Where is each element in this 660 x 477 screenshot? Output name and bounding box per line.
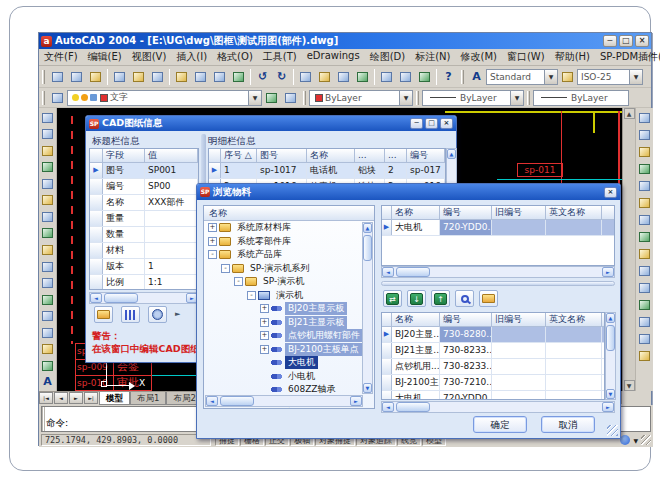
close-button[interactable]: ×	[635, 35, 649, 47]
explode-icon[interactable]	[636, 348, 653, 364]
menu-item[interactable]: eDrawings	[302, 49, 365, 65]
array-icon[interactable]	[636, 178, 653, 194]
plot-preview-icon[interactable]	[130, 69, 147, 85]
columns-icon[interactable]	[121, 306, 140, 323]
tree-item[interactable]: -演示机	[204, 289, 374, 303]
zoom-window-icon[interactable]	[335, 69, 352, 85]
ellipse-arc-icon[interactable]	[39, 275, 56, 291]
menu-item[interactable]: 绘图(D)	[365, 49, 411, 65]
upload-arrow-icon[interactable]: ↑	[431, 290, 450, 307]
resize-grip[interactable]	[641, 435, 651, 445]
ok-button[interactable]: 确定	[473, 416, 527, 433]
scroll-thumb[interactable]	[606, 325, 615, 351]
scroll-thumb[interactable]	[220, 396, 254, 406]
properties-icon[interactable]	[378, 69, 395, 85]
menu-item[interactable]: 插入(I)	[171, 49, 212, 65]
scroll-down-icon[interactable]: ▼	[606, 389, 615, 399]
chevron-down-icon[interactable]: ▼	[629, 70, 642, 84]
scroll-up-icon[interactable]: ▲	[606, 313, 615, 323]
tree-toggle-icon[interactable]: -	[221, 264, 230, 273]
menu-item[interactable]: 修改(M)	[455, 49, 501, 65]
text-style-icon[interactable]: A	[468, 69, 485, 85]
scale-icon[interactable]	[636, 229, 653, 245]
scroll-right-icon[interactable]: ►	[350, 396, 362, 406]
tree-item[interactable]: 大电机	[204, 356, 374, 370]
tree-hscrollbar[interactable]: ◄►	[205, 395, 363, 407]
scroll-left-icon[interactable]: ◄	[382, 402, 394, 412]
construction-line-icon[interactable]	[39, 127, 56, 143]
erase-icon[interactable]	[636, 110, 653, 126]
help-icon[interactable]: ?	[440, 69, 457, 85]
scroll-left-icon[interactable]: ◄	[206, 396, 218, 406]
field-row[interactable]: 比例1:1	[90, 275, 198, 290]
zoom-realtime-icon[interactable]	[316, 69, 333, 85]
title-block-grid[interactable]: 字段值▶图号SP001编号SP00名称XXX部件重量数量材料版本1比例1:1	[89, 148, 199, 290]
redo-icon[interactable]: ↻	[273, 69, 290, 85]
insert-block-icon[interactable]	[39, 292, 56, 308]
tree-item[interactable]: -SP-演示机系列	[204, 262, 374, 276]
tree-item[interactable]: +BJ-2100主板单点	[204, 343, 374, 357]
material-list-table[interactable]: 名称编号旧编号英文名称▶BJ20主显...730-8280...BJ21主显..…	[381, 312, 605, 400]
tree-toggle-icon[interactable]: -	[234, 277, 243, 286]
bottom-table-vscrollbar[interactable]: ▲ ▼	[605, 312, 616, 400]
field-row[interactable]: 材料	[90, 243, 198, 259]
toolbar-grip[interactable]	[42, 91, 45, 105]
menu-item[interactable]: 视图(V)	[127, 49, 172, 65]
region-icon[interactable]	[39, 358, 56, 374]
scroll-right-icon[interactable]: ►	[602, 402, 614, 412]
field-row[interactable]: 编号SP00	[90, 179, 198, 195]
layer-previous-icon[interactable]	[282, 90, 299, 106]
download-arrow-icon[interactable]: ↓	[407, 290, 426, 307]
layer-manager-icon[interactable]	[49, 90, 66, 106]
toolbar-grip[interactable]	[527, 91, 530, 105]
point-icon[interactable]	[39, 325, 56, 341]
scroll-up-icon[interactable]: ▲	[363, 223, 372, 233]
tree-item[interactable]: +系统原材料库	[204, 221, 374, 235]
spline-icon[interactable]	[39, 242, 56, 258]
open-folder-icon[interactable]	[479, 290, 498, 307]
linetype-combo[interactable]: ByLayer ▼	[422, 90, 524, 106]
scroll-thumb[interactable]	[396, 267, 430, 277]
copy-object-icon[interactable]	[636, 127, 653, 143]
tree-toggle-icon[interactable]: +	[260, 345, 269, 354]
dim-style-icon[interactable]	[559, 69, 576, 85]
tree-toggle-icon[interactable]: +	[260, 331, 269, 340]
make-object-layer-current-icon[interactable]	[263, 90, 280, 106]
scroll-left-icon[interactable]: ◄	[90, 293, 102, 303]
save-icon[interactable]	[87, 69, 104, 85]
status-menu-arrow-icon[interactable]: ▼	[633, 437, 638, 444]
tree-item[interactable]: +BJ20主显示板	[204, 302, 374, 316]
tree-vscrollbar[interactable]: ▲ ▼	[362, 222, 373, 394]
toolbar-grip[interactable]	[303, 91, 306, 105]
toolbar-grip[interactable]	[42, 70, 45, 84]
menu-item[interactable]: 标注(N)	[410, 49, 455, 65]
close-icon[interactable]: ×	[440, 118, 453, 129]
line-icon[interactable]	[39, 110, 56, 126]
field-row[interactable]: ▶图号SP001	[90, 163, 198, 179]
scroll-up-icon[interactable]: ▲	[447, 149, 456, 159]
sun-icon[interactable]	[81, 94, 88, 101]
minimize-button[interactable]: ─	[410, 118, 423, 129]
tree-column-header[interactable]: 名称	[204, 206, 374, 221]
selected-material-table[interactable]: 名称编号旧编号英文名称▶大电机720-YDD0...	[381, 205, 615, 266]
menu-item[interactable]: 文件(F)	[39, 49, 83, 65]
text-style-combo[interactable]: Standard▼	[486, 69, 558, 85]
chevron-down-icon[interactable]: ▼	[544, 70, 557, 84]
material-row[interactable]: ▶BJ20主显...730-8280...	[382, 327, 604, 343]
zoom-previous-icon[interactable]	[354, 69, 371, 85]
polygon-icon[interactable]	[39, 160, 56, 176]
menu-item[interactable]: 工具(T)	[258, 49, 302, 65]
cut-icon[interactable]	[173, 69, 190, 85]
resize-grip[interactable]	[607, 425, 618, 436]
undo-icon[interactable]: ↺	[254, 69, 271, 85]
maximize-button[interactable]: □	[425, 118, 438, 129]
mirror-icon[interactable]	[636, 144, 653, 160]
open-folder-icon[interactable]	[94, 306, 113, 323]
tree-item[interactable]: +BJ21主显示板	[204, 316, 374, 330]
bottom-table-hscrollbar[interactable]: ◄►	[381, 401, 615, 413]
chevron-down-icon[interactable]: ▼	[510, 91, 523, 105]
menu-item[interactable]: SP-PDM插件(P)	[595, 49, 660, 65]
rotate-icon[interactable]	[636, 212, 653, 228]
tree-toggle-icon[interactable]: +	[260, 318, 269, 327]
menu-item[interactable]: 窗口(W)	[502, 49, 550, 65]
